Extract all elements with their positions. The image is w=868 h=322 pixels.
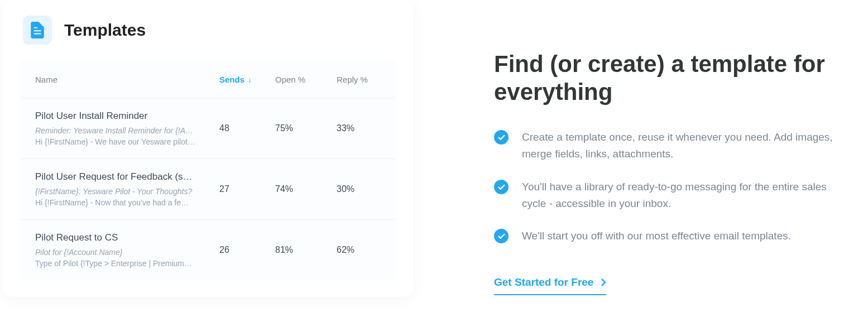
feature-text: We'll start you off with our most effect… [522,228,791,244]
reply-cell: 33% [337,123,381,133]
feature-item: You'll have a library of ready-to-go mes… [494,179,851,213]
template-subject: Reminder: Yesware Install Reminder for {… [35,126,208,135]
template-subject: {!FirstName}: Yesware Pilot - Your Thoug… [35,187,208,196]
open-cell: 81% [275,245,337,255]
templates-card: Templates Name Sends ↓ Open % Reply % Pi… [3,0,413,297]
cta-label: Get Started for Free [494,276,593,289]
template-title: Pilot Request to CS [35,232,208,243]
template-title: Pilot User Install Reminder [35,110,208,122]
template-title: Pilot User Request for Feedback (s… [35,171,208,182]
templates-panel: Templates Name Sends ↓ Open % Reply % Pi… [0,0,413,322]
column-reply[interactable]: Reply % [337,75,381,84]
check-icon [494,180,509,194]
table-row[interactable]: Pilot User Request for Feedback (s… {!Fi… [20,159,396,220]
name-cell: Pilot Request to CS Pilot for {!Account.… [35,232,219,268]
reply-cell: 30% [337,184,381,194]
table-row[interactable]: Pilot Request to CS Pilot for {!Account.… [20,220,396,280]
table-row[interactable]: Pilot User Install Reminder Reminder: Ye… [20,98,396,159]
sends-cell: 27 [219,184,275,194]
reply-cell: 62% [337,245,381,255]
name-cell: Pilot User Request for Feedback (s… {!Fi… [35,171,219,207]
feature-item: We'll start you off with our most effect… [494,228,851,244]
feature-list: Create a template once, reuse it wheneve… [494,129,851,245]
column-sends[interactable]: Sends ↓ [219,75,275,84]
card-header: Templates [3,0,413,56]
sends-cell: 48 [219,123,275,133]
check-icon [494,130,509,145]
template-body: Hi {!FirstName} - We have our Yesware pi… [35,137,208,146]
feature-text: You'll have a library of ready-to-go mes… [522,179,851,213]
feature-item: Create a template once, reuse it wheneve… [494,129,851,163]
table-header-row: Name Sends ↓ Open % Reply % [20,59,396,98]
cta-link[interactable]: Get Started for Free [494,276,606,295]
open-cell: 75% [275,123,337,133]
card-title: Templates [64,21,146,40]
hero-headline: Find (or create) a template for everythi… [494,50,851,107]
sends-cell: 26 [219,245,275,255]
column-name[interactable]: Name [35,75,219,84]
chevron-right-icon [601,278,606,286]
column-sends-label: Sends [219,75,244,84]
check-icon [494,229,509,243]
templates-table: Name Sends ↓ Open % Reply % Pilot User I… [20,59,396,280]
name-cell: Pilot User Install Reminder Reminder: Ye… [35,110,219,146]
template-body: Type of Pilot {!Type > Enterprise | Prem… [35,259,208,268]
open-cell: 74% [275,184,337,194]
feature-text: Create a template once, reuse it wheneve… [522,129,851,163]
column-open[interactable]: Open % [275,75,337,84]
template-subject: Pilot for {!Account.Name} [35,248,208,257]
template-body: Hi {!FirstName} - Now that you've had a … [35,198,208,207]
sort-arrow-down-icon: ↓ [248,75,252,84]
document-icon [23,16,52,45]
hero-section: Find (or create) a template for everythi… [413,0,868,322]
